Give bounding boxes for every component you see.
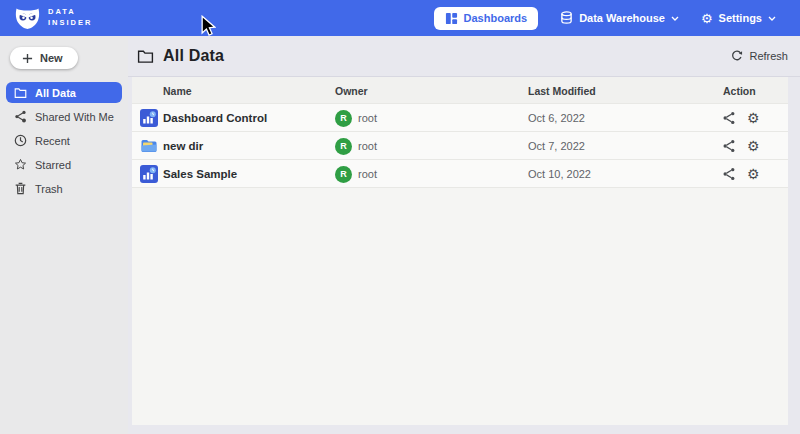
new-button[interactable]: New (10, 47, 78, 69)
owner-avatar: R (335, 110, 352, 127)
sidebar-item-label: Shared With Me (35, 111, 114, 123)
table-row[interactable]: Sales Sample R root Oct 10, 2022 (132, 159, 788, 187)
dashboard-file-icon (140, 109, 158, 127)
column-header-owner: Owner (335, 85, 368, 97)
file-name: new dir (163, 140, 203, 152)
top-nav: Dashboards Data Warehouse ⚙ Settings (434, 7, 776, 30)
gear-icon: ⚙ (701, 12, 713, 25)
action-cell: ⚙ (722, 132, 760, 160)
action-cell: ⚙ (722, 104, 760, 132)
sidebar-item-label: Recent (35, 135, 70, 147)
topbar: DATA INSIDER Dashboards Da (0, 0, 800, 36)
last-modified-date: Oct 10, 2022 (528, 168, 591, 180)
action-cell: ⚙ (722, 160, 760, 188)
sidebar: New All Data Shared With Me (0, 36, 128, 434)
sidebar-item-label: All Data (35, 87, 76, 99)
last-modified-date: Oct 7, 2022 (528, 140, 585, 152)
data-warehouse-label: Data Warehouse (579, 12, 665, 24)
last-modified-cell: Oct 7, 2022 (528, 132, 585, 160)
owner-name: root (358, 140, 377, 152)
table-row[interactable]: Dashboard Control R root Oct 6, 2022 (132, 103, 788, 131)
logo-line2: INSIDER (48, 18, 92, 29)
new-button-label: New (40, 52, 63, 64)
settings-menu[interactable]: ⚙ Settings (701, 12, 776, 25)
chevron-down-icon (671, 16, 679, 21)
share-icon[interactable] (722, 139, 736, 153)
page-title: All Data (163, 47, 224, 65)
database-icon (560, 11, 573, 25)
refresh-button[interactable]: Refresh (731, 50, 788, 62)
sidebar-item-label: Starred (35, 159, 71, 171)
column-header-action: Action (723, 85, 756, 97)
dashboards-label: Dashboards (464, 12, 528, 24)
column-header-name: Name (163, 85, 192, 97)
share-icon[interactable] (722, 111, 736, 125)
gear-icon[interactable]: ⚙ (747, 111, 760, 125)
refresh-icon (731, 50, 743, 62)
table-empty-area (132, 187, 788, 425)
last-modified-date: Oct 6, 2022 (528, 112, 585, 124)
main-header: All Data Refresh (128, 36, 800, 77)
owner-name: root (358, 112, 377, 124)
sidebar-item-label: Trash (35, 183, 63, 195)
last-modified-cell: Oct 6, 2022 (528, 104, 585, 132)
owner-name: root (358, 168, 377, 180)
gear-icon[interactable]: ⚙ (747, 167, 760, 181)
owl-logo-icon (14, 6, 41, 31)
owner-avatar: R (335, 166, 352, 183)
sidebar-item-all-data[interactable]: All Data (6, 82, 122, 103)
folder-file-icon (140, 137, 158, 155)
folder-icon (14, 87, 27, 99)
dashboard-file-icon (140, 165, 158, 183)
refresh-label: Refresh (749, 50, 788, 62)
clock-icon (14, 134, 27, 147)
file-table: Name Owner Last Modified Action (132, 77, 788, 425)
dashboard-grid-icon (445, 12, 458, 25)
column-header-last-modified: Last Modified (528, 85, 596, 97)
logo-line1: DATA (48, 7, 92, 18)
file-name: Sales Sample (163, 168, 237, 180)
dashboards-button[interactable]: Dashboards (434, 7, 539, 30)
last-modified-cell: Oct 10, 2022 (528, 160, 591, 188)
share-icon[interactable] (722, 167, 736, 181)
plus-icon (22, 53, 33, 64)
table-row[interactable]: new dir R root Oct 7, 2022 ⚙ (132, 131, 788, 159)
name-cell: Dashboard Control (140, 104, 267, 132)
folder-icon (137, 49, 154, 64)
file-name: Dashboard Control (163, 112, 267, 124)
star-icon (14, 158, 27, 171)
table-header: Name Owner Last Modified Action (132, 77, 788, 103)
main-content: All Data Refresh Name Owner Last Modifie… (128, 36, 800, 434)
sidebar-item-recent[interactable]: Recent (6, 130, 122, 151)
owner-cell: R root (335, 160, 377, 188)
trash-icon (14, 182, 27, 195)
app-body: New All Data Shared With Me (0, 36, 800, 434)
owner-cell: R root (335, 132, 377, 160)
owner-avatar: R (335, 138, 352, 155)
sidebar-item-starred[interactable]: Starred (6, 154, 122, 175)
sidebar-item-trash[interactable]: Trash (6, 178, 122, 199)
name-cell: new dir (140, 132, 203, 160)
share-icon (14, 110, 27, 123)
owner-cell: R root (335, 104, 377, 132)
gear-icon[interactable]: ⚙ (747, 139, 760, 153)
sidebar-nav: All Data Shared With Me Recent (0, 82, 128, 199)
app-logo[interactable]: DATA INSIDER (14, 6, 92, 31)
sidebar-item-shared-with-me[interactable]: Shared With Me (6, 106, 122, 127)
chevron-down-icon (768, 16, 776, 21)
data-warehouse-menu[interactable]: Data Warehouse (560, 11, 679, 25)
name-cell: Sales Sample (140, 160, 237, 188)
settings-label: Settings (719, 12, 762, 24)
